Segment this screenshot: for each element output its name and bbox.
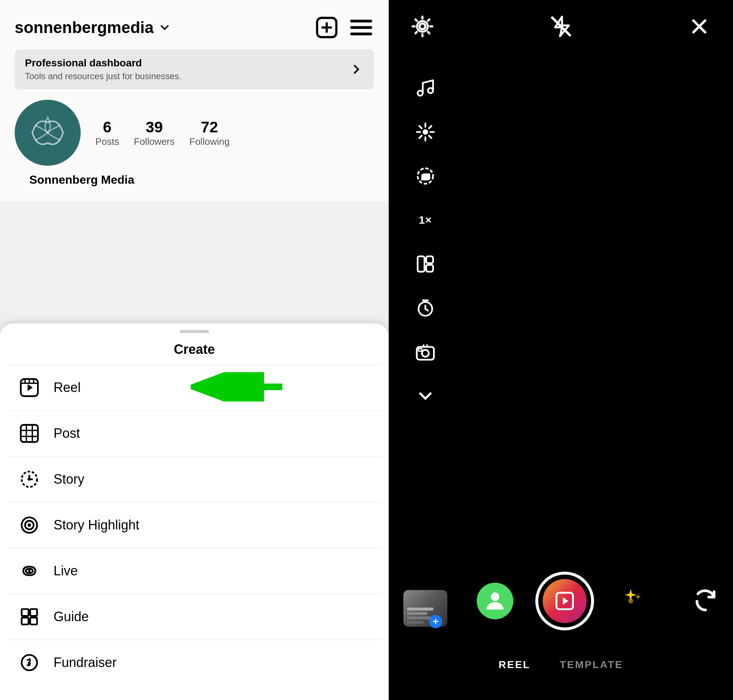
- story-label: Story: [53, 472, 84, 487]
- svg-rect-27: [30, 618, 37, 625]
- template-mode-tab[interactable]: TEMPLATE: [559, 659, 623, 671]
- sheet-handle: [180, 330, 209, 333]
- fundraiser-icon: [18, 651, 40, 674]
- svg-rect-36: [418, 256, 425, 272]
- svg-rect-26: [22, 618, 29, 625]
- account-name-row[interactable]: sonnenbergmedia: [15, 18, 171, 37]
- mode-bar: REEL TEMPLATE: [389, 659, 733, 678]
- svg-point-47: [491, 593, 499, 601]
- account-actions: [314, 15, 374, 40]
- svg-rect-42: [418, 349, 422, 351]
- pro-dashboard-banner[interactable]: Professional dashboard Tools and resourc…: [15, 49, 374, 90]
- create-post-item[interactable]: Post: [0, 411, 389, 456]
- post-label: Post: [53, 426, 80, 441]
- following-count: 72: [189, 118, 230, 136]
- followers-stat: 39 Followers: [134, 118, 175, 147]
- svg-point-23: [28, 570, 31, 572]
- camera-top-bar: [389, 0, 733, 46]
- svg-rect-24: [22, 609, 29, 616]
- svg-rect-37: [426, 256, 433, 263]
- stats-row: 6 Posts 39 Followers 72 Following: [15, 100, 374, 166]
- countdown-tool[interactable]: [411, 293, 440, 323]
- reel-icon: [18, 376, 40, 399]
- reel-label: Reel: [53, 380, 81, 395]
- effects-star-button[interactable]: [616, 586, 645, 616]
- close-button[interactable]: [687, 15, 711, 38]
- svg-rect-38: [426, 265, 433, 272]
- svg-point-22: [28, 523, 31, 526]
- story-highlight-icon: [18, 514, 40, 536]
- svg-marker-49: [563, 597, 568, 604]
- effects-tool[interactable]: [411, 117, 440, 147]
- svg-marker-3: [28, 384, 32, 391]
- svg-rect-10: [21, 425, 38, 442]
- reel-capture-icon: [554, 590, 576, 612]
- profile-switch-button[interactable]: [477, 583, 513, 619]
- account-row: sonnenbergmedia: [15, 15, 374, 40]
- reel-mode-tab[interactable]: REEL: [499, 659, 531, 671]
- following-label: Following: [189, 136, 230, 147]
- camera-tools: 15 1×: [411, 74, 440, 411]
- following-stat: 72 Following: [189, 118, 230, 147]
- rotate-camera-button[interactable]: [693, 588, 718, 619]
- posts-count: 6: [95, 118, 119, 136]
- guide-label: Guide: [53, 609, 89, 625]
- svg-point-50: [628, 599, 633, 603]
- create-bottom-sheet: Create Reel: [0, 324, 389, 700]
- add-post-icon[interactable]: [314, 15, 340, 40]
- speed-label: 1×: [419, 214, 432, 226]
- sheet-title: Create: [0, 333, 389, 365]
- capture-row: [389, 564, 733, 641]
- flash-off-button[interactable]: [549, 15, 573, 38]
- star-effects-icon: [616, 586, 645, 616]
- avatar-image: [22, 107, 73, 159]
- pro-dashboard-subtitle: Tools and resources just for businesses.: [25, 71, 181, 81]
- post-icon: [18, 422, 40, 444]
- profile-header: sonnenbergmedia Professional dashboard T…: [0, 0, 389, 201]
- live-label: Live: [53, 563, 78, 579]
- dual-camera-tool[interactable]: [411, 337, 440, 367]
- timer-tool[interactable]: 15: [411, 161, 440, 191]
- followers-label: Followers: [134, 136, 175, 147]
- fundraiser-label: Fundraiser: [53, 655, 116, 670]
- hamburger-icon[interactable]: [348, 15, 374, 40]
- posts-label: Posts: [95, 136, 119, 147]
- create-live-item[interactable]: Live: [0, 548, 389, 594]
- profile-avatar-icon: [482, 588, 508, 614]
- svg-point-31: [418, 91, 423, 96]
- capture-button[interactable]: [535, 572, 594, 630]
- svg-text:+: +: [27, 476, 31, 482]
- avatar[interactable]: [15, 100, 81, 166]
- pro-dashboard-arrow-icon: [349, 62, 364, 76]
- svg-point-41: [422, 350, 429, 357]
- speed-tool[interactable]: 1×: [411, 205, 440, 235]
- create-reel-item[interactable]: Reel: [0, 365, 389, 410]
- create-story-highlight-item[interactable]: Story Highlight: [0, 502, 389, 548]
- live-icon: [18, 560, 40, 582]
- posts-stat: 6 Posts: [95, 118, 119, 147]
- create-guide-item[interactable]: Guide: [0, 594, 389, 640]
- left-panel: sonnenbergmedia Professional dashboard T…: [0, 0, 389, 700]
- rotate-icon: [693, 588, 718, 614]
- story-highlight-label: Story Highlight: [53, 518, 139, 533]
- svg-point-33: [424, 130, 427, 134]
- followers-count: 39: [134, 118, 175, 136]
- display-username: Sonnenberg Media: [15, 173, 374, 187]
- capture-button-inner: [543, 579, 587, 623]
- story-icon: +: [18, 468, 40, 490]
- svg-rect-25: [30, 609, 37, 616]
- layout-tool[interactable]: [411, 249, 440, 279]
- settings-button[interactable]: [411, 15, 434, 38]
- create-story-item[interactable]: + Story: [0, 456, 389, 502]
- account-name-text: sonnenbergmedia: [15, 18, 154, 37]
- pro-dashboard-text: Professional dashboard Tools and resourc…: [25, 57, 181, 81]
- svg-point-29: [419, 24, 425, 29]
- green-arrow: [191, 372, 286, 403]
- svg-text:15: 15: [422, 173, 430, 181]
- chevron-down-icon: [158, 21, 171, 34]
- guide-icon: [18, 606, 40, 628]
- create-fundraiser-item[interactable]: Fundraiser: [0, 640, 389, 685]
- more-tools-button[interactable]: [411, 381, 440, 411]
- music-tool[interactable]: [411, 74, 440, 103]
- camera-panel: 15 1×: [389, 0, 733, 700]
